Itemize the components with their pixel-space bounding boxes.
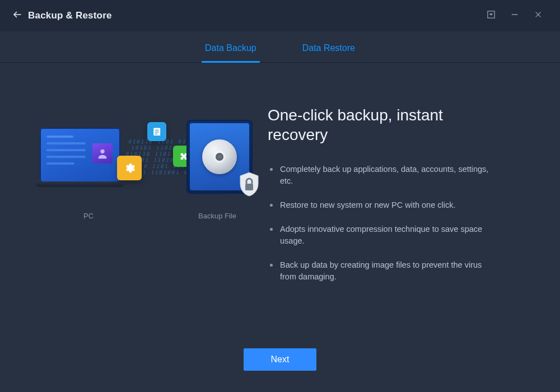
lock-shield-icon	[238, 171, 260, 197]
feature-item: Completely back up applications, data, a…	[268, 164, 492, 187]
feature-item: Adopts innovative compression technique …	[268, 223, 492, 247]
next-button[interactable]: Next	[244, 348, 316, 371]
illustration-labels: PC Backup File	[35, 212, 259, 220]
tab-data-backup[interactable]: Data Backup	[202, 43, 260, 62]
document-icon	[147, 122, 166, 141]
tab-data-restore[interactable]: Data Restore	[299, 43, 358, 62]
window-menu-button[interactable]	[479, 0, 503, 31]
main-content: 010110 1101 0101 10101 1101001 01 010110…	[0, 63, 560, 392]
description-panel: One-click backup, instant recovery Compl…	[268, 85, 533, 392]
feature-item: Restore to new system or new PC with one…	[268, 199, 492, 211]
tab-label: Data Backup	[205, 43, 256, 53]
laptop-icon	[35, 128, 125, 194]
page-title: Backup & Restore	[28, 10, 112, 21]
disc-icon	[202, 139, 237, 174]
back-button[interactable]: Backup & Restore	[12, 10, 112, 22]
svg-rect-7	[155, 130, 159, 130]
svg-point-5	[100, 150, 104, 153]
pc-label: PC	[35, 212, 142, 220]
backup-file-icon	[186, 120, 253, 194]
feature-item: Back up data by creating image files to …	[268, 259, 492, 283]
tab-label: Data Restore	[302, 43, 355, 53]
minimize-icon	[511, 11, 519, 21]
minimize-button[interactable]	[503, 0, 526, 31]
backup-file-label: Backup File	[175, 212, 259, 220]
svg-rect-9	[155, 133, 157, 134]
close-icon	[534, 11, 542, 21]
illustration-panel: 010110 1101 0101 10101 1101001 01 010110…	[27, 85, 268, 392]
backup-illustration: 010110 1101 0101 10101 1101001 01 010110…	[35, 116, 259, 206]
avatar-icon	[92, 143, 113, 164]
dropdown-box-icon	[487, 11, 495, 21]
tabs: Data Backup Data Restore	[0, 31, 560, 63]
arrow-left-icon	[12, 10, 22, 22]
feature-list: Completely back up applications, data, a…	[268, 164, 492, 283]
footer-actions: Next	[0, 348, 560, 371]
titlebar: Backup & Restore	[0, 0, 560, 31]
svg-rect-10	[245, 184, 253, 190]
headline: One-click backup, instant recovery	[268, 105, 480, 144]
next-button-label: Next	[271, 354, 290, 364]
gear-icon	[117, 156, 142, 180]
close-button[interactable]	[526, 0, 550, 31]
svg-rect-8	[155, 132, 159, 132]
